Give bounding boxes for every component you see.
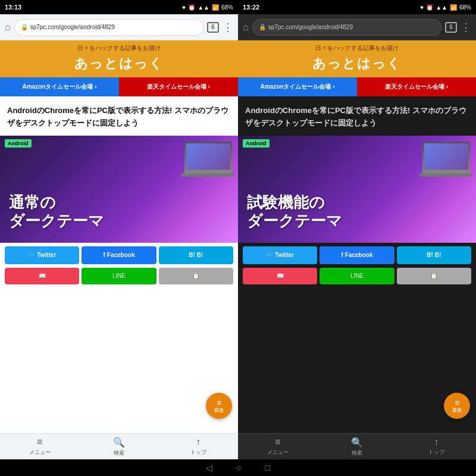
fab-left[interactable]: ≡ 目次 [206, 393, 232, 419]
sale-banners-left: Amazonタイムセール会場 › 楽天タイムセール会場 › [0, 77, 238, 96]
twitter-icon-right: 🐦 [266, 252, 273, 258]
hatebu-btn-right[interactable]: B! B! [397, 246, 471, 264]
site-header-left: 日々をハックする記事をお届け あっとはっく [0, 40, 238, 77]
nav-menu-left[interactable]: ≡ メニュー [0, 437, 79, 456]
overlay-text-right: 試験機能の ダークテーマ [247, 193, 467, 230]
home-icon-right[interactable]: ⌂ [243, 22, 249, 33]
facebook-icon-right: f [341, 252, 343, 258]
url-text-right: sp7pc.com/google/android/4829 [268, 24, 353, 30]
bottom-nav-left: ≡ メニュー 🔍 検索 ↑ トップ [0, 433, 238, 459]
pocket-btn-left[interactable]: 📖 [5, 268, 79, 284]
twitter-btn-right[interactable]: 🐦 Twitter [243, 246, 317, 264]
site-title-left: あっとはっく [6, 55, 232, 73]
hatebu-icon-right: B! [427, 252, 433, 258]
article-image-right: Android 試験機能の ダークテーマ [238, 136, 476, 243]
nav-search-right[interactable]: 🔍 検索 [317, 437, 396, 457]
url-text-left: sp7pc.com/google/android/4829 [30, 24, 115, 30]
system-nav: ◁ ○ □ [0, 459, 476, 476]
rakuten-banner-right[interactable]: 楽天タイムセール会場 › [357, 77, 476, 96]
back-btn[interactable]: ◁ [206, 463, 212, 472]
hatebu-btn-left[interactable]: B! B! [159, 246, 233, 264]
overlay-line1-right: 試験機能の [247, 193, 467, 212]
bottom-nav-right: ≡ メニュー 🔍 検索 ↑ トップ [238, 433, 476, 459]
search-icon-right: 🔍 [351, 437, 363, 448]
pocket-btn-right[interactable]: 📖 [243, 268, 317, 284]
menu-icon-left: ≡ [37, 437, 42, 447]
amazon-banner-left[interactable]: Amazonタイムセール会場 › [0, 77, 119, 96]
more-icon-right[interactable]: ⋮ [461, 21, 471, 34]
nav-top-right[interactable]: ↑ トップ [397, 437, 476, 456]
battery-right: 68% [459, 4, 471, 11]
menu-icon-right: ≡ [275, 437, 280, 447]
sale-banners-right: Amazonタイムセール会場 › 楽天タイムセール会場 › [238, 77, 476, 96]
content-left: AndroidのChromeを常にPC版で表示する方法! スマホのブラウザをデス… [0, 96, 238, 433]
laptop-icon-left [184, 142, 232, 174]
nav-menu-right[interactable]: ≡ メニュー [238, 437, 317, 456]
lock-icon-right: 🔒 [259, 24, 266, 30]
signal-icon-left: ▲▲ [198, 4, 209, 11]
browser-bar-left: ⌂ 🔒 sp7pc.com/google/android/4829 6 ⋮ [0, 14, 238, 40]
bottom-buttons-left: 📖 LINE 📋 [0, 268, 238, 287]
status-bar-right: 13:22 ♥ ⏰ ▲▲ 📶 68% [238, 0, 476, 14]
nav-search-left[interactable]: 🔍 検索 [79, 437, 158, 457]
fab-label-left: 目次 [214, 407, 224, 414]
home-btn[interactable]: ○ [236, 463, 241, 472]
battery-left: 68% [221, 4, 233, 11]
search-icon-left: 🔍 [113, 437, 125, 448]
top-icon-left: ↑ [196, 437, 201, 447]
article-title-right: AndroidのChromeを常にPC版で表示する方法! スマホのブラウザをデス… [238, 96, 476, 136]
time-left: 13:13 [5, 4, 21, 11]
tagline-right: 日々をハックする記事をお届け [244, 44, 470, 52]
status-bar-left: 13:13 ♥ ⏰ ▲▲ 📶 68% [0, 0, 238, 14]
time-right: 13:22 [243, 4, 259, 11]
fab-icon-left: ≡ [217, 399, 221, 407]
share-buttons-left: 🐦 Twitter f Facebook B! B! [0, 243, 238, 268]
recents-btn[interactable]: □ [265, 463, 270, 472]
line-btn-right[interactable]: LINE [320, 268, 394, 284]
home-icon-left[interactable]: ⌂ [5, 22, 11, 33]
copy-btn-right[interactable]: 📋 [397, 268, 471, 284]
url-bar-left[interactable]: 🔒 sp7pc.com/google/android/4829 [14, 19, 203, 36]
browser-bar-right: ⌂ 🔒 sp7pc.com/google/android/4829 6 ⋮ [238, 14, 476, 40]
article-title-left: AndroidのChromeを常にPC版で表示する方法! スマホのブラウザをデス… [0, 96, 238, 136]
bottom-buttons-right: 📖 LINE 📋 [238, 268, 476, 287]
tagline-left: 日々をハックする記事をお届け [6, 44, 232, 52]
wifi-icon-left: 📶 [212, 4, 219, 11]
android-badge-left: Android [5, 139, 32, 148]
nav-top-left[interactable]: ↑ トップ [159, 437, 238, 456]
twitter-btn-left[interactable]: 🐦 Twitter [5, 246, 79, 264]
rakuten-banner-left[interactable]: 楽天タイムセール会場 › [119, 77, 238, 96]
heart-icon-left: ♥ [182, 4, 186, 11]
share-buttons-right: 🐦 Twitter f Facebook B! B! [238, 243, 476, 268]
screen-dark: ⌂ 🔒 sp7pc.com/google/android/4829 6 ⋮ 日々… [238, 14, 476, 459]
alarm-icon-left: ⏰ [188, 4, 195, 11]
android-badge-right: Android [243, 139, 270, 148]
line-btn-left[interactable]: LINE [82, 268, 156, 284]
amazon-banner-right[interactable]: Amazonタイムセール会場 › [238, 77, 357, 96]
top-icon-right: ↑ [434, 437, 439, 447]
facebook-btn-left[interactable]: f Facebook [82, 246, 156, 264]
lock-icon-left: 🔒 [21, 24, 28, 30]
overlay-line2-right: ダークテーマ [247, 212, 467, 230]
copy-btn-left[interactable]: 📋 [159, 268, 233, 284]
status-icons-right: ♥ ⏰ ▲▲ 📶 68% [420, 4, 471, 11]
alarm-icon-right: ⏰ [426, 4, 433, 11]
tab-count-left[interactable]: 6 [207, 22, 219, 33]
article-image-left: Android 通常の ダークテーマ [0, 136, 238, 243]
facebook-btn-right[interactable]: f Facebook [320, 246, 394, 264]
heart-icon-right: ♥ [420, 4, 424, 11]
overlay-text-left: 通常の ダークテーマ [9, 193, 229, 230]
screen-light: ⌂ 🔒 sp7pc.com/google/android/4829 6 ⋮ 日々… [0, 14, 238, 459]
url-bar-right[interactable]: 🔒 sp7pc.com/google/android/4829 [252, 19, 441, 36]
status-icons-left: ♥ ⏰ ▲▲ 📶 68% [182, 4, 233, 11]
twitter-icon-left: 🐦 [28, 252, 35, 258]
more-icon-left[interactable]: ⋮ [223, 21, 233, 34]
signal-icon-right: ▲▲ [436, 4, 447, 11]
overlay-line1-left: 通常の [9, 193, 229, 212]
fab-icon-right: ≡ [455, 399, 459, 407]
tab-count-right[interactable]: 6 [445, 22, 457, 33]
overlay-line2-left: ダークテーマ [9, 212, 229, 230]
fab-right[interactable]: ≡ 目次 [444, 393, 470, 419]
site-header-right: 日々をハックする記事をお届け あっとはっく [238, 40, 476, 77]
laptop-icon-right [422, 142, 470, 174]
